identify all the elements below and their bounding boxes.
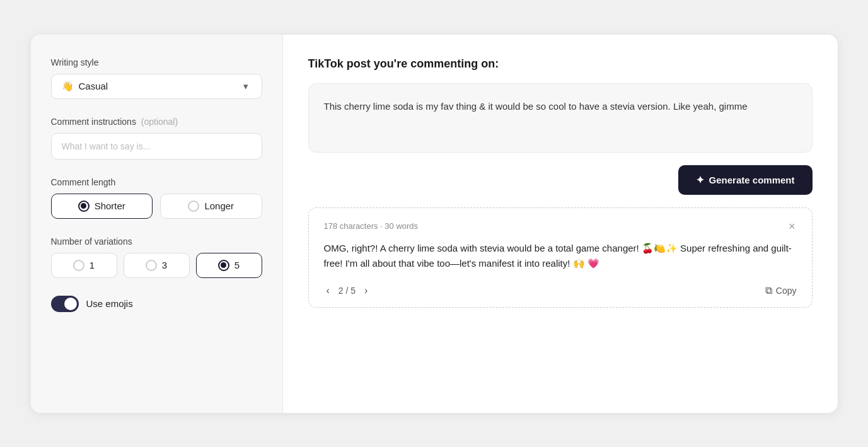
variation-option-3[interactable]: 3 (124, 253, 190, 278)
chevron-down-icon: ▾ (240, 81, 252, 92)
result-text: OMG, right?! A cherry lime soda with ste… (324, 241, 797, 272)
comment-length-label: Comment length (51, 177, 262, 187)
variations-section: Number of variations 1 3 5 (51, 236, 262, 278)
prev-page-button[interactable]: ‹ (324, 284, 332, 297)
comment-length-section: Comment length Shorter Longer (51, 177, 262, 219)
writing-style-label: Writing style (51, 57, 262, 67)
style-emoji: 👋 (62, 81, 74, 92)
radio-dot-longer (188, 200, 199, 212)
generate-button[interactable]: ✦ Generate comment (678, 165, 813, 195)
main-card: Writing style 👋 Casual ▾ Comment instruc… (31, 35, 838, 413)
radio-dot-v1 (73, 260, 84, 271)
pagination: ‹ 2 / 5 › (324, 284, 371, 297)
result-meta: 178 characters · 30 words × (324, 221, 797, 232)
copy-label: Copy (776, 286, 797, 296)
result-card: 178 characters · 30 words × OMG, right?!… (308, 207, 813, 308)
radio-dot-v3 (146, 260, 157, 271)
close-button[interactable]: × (787, 221, 797, 232)
emoji-toggle-label: Use emojis (86, 298, 133, 309)
generate-label: Generate comment (709, 175, 795, 185)
left-panel: Writing style 👋 Casual ▾ Comment instruc… (31, 35, 283, 413)
emoji-toggle-row: Use emojis (51, 296, 262, 312)
variation-label-5: 5 (234, 260, 240, 270)
writing-style-section: Writing style 👋 Casual ▾ (51, 57, 262, 99)
instructions-label: Comment instructions (optional) (51, 117, 262, 127)
variations-group: 1 3 5 (51, 253, 262, 278)
copy-icon: ⧉ (765, 285, 772, 296)
length-shorter-label: Shorter (95, 200, 125, 211)
variation-label-3: 3 (162, 260, 167, 270)
page-indicator: 2 / 5 (339, 286, 356, 296)
style-dropdown-left: 👋 Casual (62, 81, 108, 92)
sparkle-icon: ✦ (696, 174, 704, 186)
result-footer: ‹ 2 / 5 › ⧉ Copy (324, 284, 797, 297)
emoji-toggle[interactable] (51, 296, 79, 312)
instructions-optional: (optional) (141, 117, 178, 127)
post-text: This cherry lime soda is my fav thing & … (308, 83, 813, 153)
variation-option-1[interactable]: 1 (51, 253, 117, 278)
right-panel: TikTok post you're commenting on: This c… (283, 35, 838, 413)
radio-dot-v5 (218, 260, 229, 271)
length-radio-group: Shorter Longer (51, 194, 262, 219)
variation-label-1: 1 (90, 260, 95, 270)
instructions-section: Comment instructions (optional) (51, 117, 262, 160)
radio-dot-shorter (78, 200, 90, 212)
instructions-input[interactable] (51, 133, 262, 160)
copy-button[interactable]: ⧉ Copy (765, 285, 797, 296)
length-option-shorter[interactable]: Shorter (51, 194, 153, 219)
toggle-thumb (64, 298, 77, 310)
generate-row: ✦ Generate comment (308, 165, 813, 195)
variation-option-5[interactable]: 5 (196, 253, 262, 278)
panel-title: TikTok post you're commenting on: (308, 57, 813, 71)
result-chars-words: 178 characters · 30 words (324, 221, 419, 231)
variations-label: Number of variations (51, 236, 262, 247)
next-page-button[interactable]: › (362, 284, 370, 297)
style-value: Casual (79, 81, 108, 91)
writing-style-dropdown[interactable]: 👋 Casual ▾ (51, 74, 262, 99)
length-longer-label: Longer (204, 200, 234, 211)
length-option-longer[interactable]: Longer (160, 194, 262, 219)
